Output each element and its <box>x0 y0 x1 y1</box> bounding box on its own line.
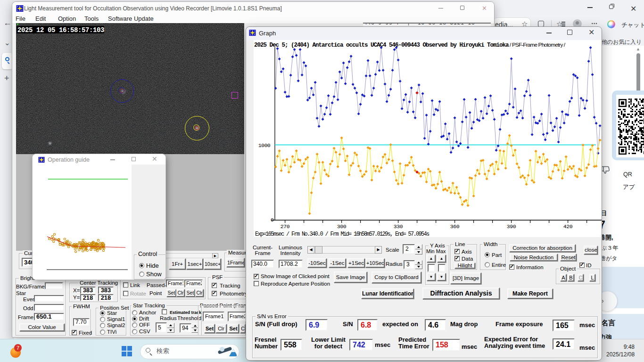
svg-text:0: 0 <box>271 217 274 223</box>
svg-text:270: 270 <box>281 223 290 230</box>
svg-text:1000: 1000 <box>258 142 271 148</box>
svg-text:300: 300 <box>337 223 347 230</box>
svg-text:360: 360 <box>450 223 460 230</box>
svg-text:2025 Dec 5; (2404) Antarctica: 2025 Dec 5; (2404) Antarctica occults UC… <box>254 41 566 49</box>
svg-text:420: 420 <box>563 223 573 230</box>
svg-text:390: 390 <box>507 223 516 230</box>
svg-text:330: 330 <box>394 223 403 230</box>
svg-text:Exp=165msec / Frm No.340.0 / F: Exp=165msec / Frm No.340.0 / Frm Mid= 16… <box>255 231 429 237</box>
